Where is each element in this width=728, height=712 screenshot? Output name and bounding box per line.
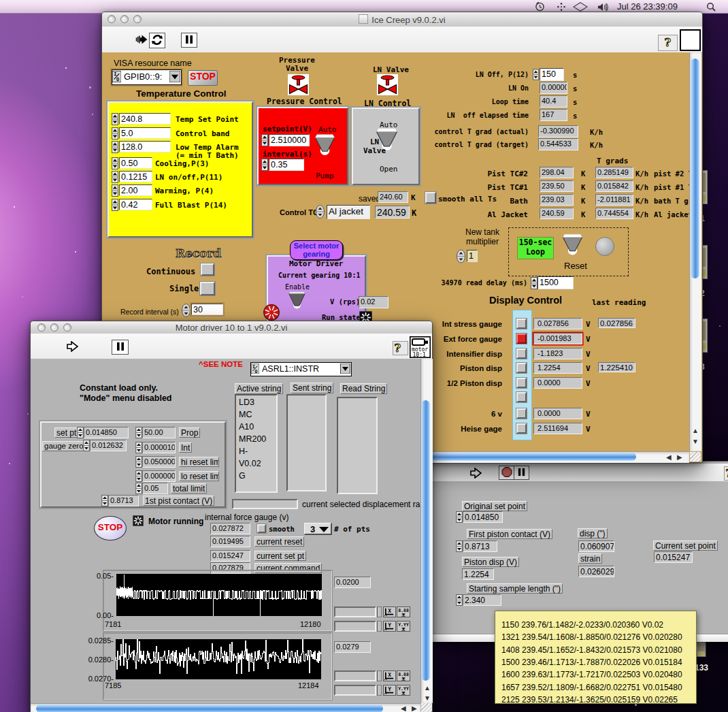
motor-resize-grip[interactable] — [421, 703, 432, 712]
sample-value[interactable]: 2.340 — [463, 594, 501, 606]
graph-scale-lock-icon[interactable]: X — [383, 606, 396, 617]
graph-scale-grip[interactable] — [377, 685, 382, 696]
titlebar-motor[interactable]: Motor driver 10 to 1 v9.0.2.vi — [31, 321, 432, 334]
spin-control[interactable] — [261, 159, 268, 171]
read-delay-value[interactable]: 1500 — [537, 276, 574, 289]
spin-control[interactable] — [112, 171, 118, 183]
dropdown-arrow-icon[interactable] — [340, 363, 350, 376]
timing-value[interactable]: 150 — [540, 68, 564, 81]
spotlight-icon[interactable] — [706, 2, 716, 14]
scroll-left-arrow[interactable]: ◀ — [401, 705, 406, 712]
graph-format-icon[interactable]: 8.88 — [397, 670, 410, 681]
cluster-value[interactable]: 0.05 — [142, 483, 168, 494]
cluster-value[interactable]: 0.000010 — [142, 442, 176, 453]
spin-control[interactable] — [261, 134, 268, 146]
motor-hscroll-thumb[interactable] — [36, 705, 383, 712]
gauge-zero-value[interactable]: 0.012632 — [90, 440, 127, 451]
smooth-all-checkbox[interactable] — [425, 192, 436, 204]
motor-vscroll-thumb[interactable] — [421, 400, 430, 681]
ice-vscrollbar[interactable]: ▲▼ — [689, 52, 701, 451]
smooth-checkbox[interactable] — [257, 524, 266, 533]
scroll-up-arrow[interactable]: ▲ — [692, 427, 699, 434]
active-string-list[interactable]: LD3 MC A10 MR200 H- V0.02 G — [235, 394, 278, 493]
graph-format-icon[interactable]: 8.88 — [397, 606, 410, 617]
round-button[interactable] — [595, 237, 614, 256]
display-row-button[interactable] — [516, 392, 527, 402]
spin-control[interactable] — [112, 157, 118, 169]
graph-scale-grip[interactable] — [377, 621, 382, 632]
help-icon[interactable]: ? — [658, 35, 678, 51]
help-icon[interactable]: ? — [393, 341, 408, 355]
vi-icon-box[interactable] — [680, 29, 701, 51]
stop-icon[interactable] — [499, 466, 514, 480]
enable-selector[interactable] — [288, 291, 305, 309]
temp-value[interactable]: 2.00 — [119, 184, 152, 196]
visa-dropdown[interactable]: IO ASRL1::INSTR — [250, 362, 352, 376]
record-interval-spinner[interactable] — [182, 304, 191, 317]
graph-scale-box[interactable] — [334, 606, 376, 617]
record-interval-value[interactable]: 30 — [191, 304, 223, 315]
display-row-button[interactable] — [516, 334, 527, 344]
setpoint-value[interactable]: 2.510000 — [269, 134, 310, 146]
pause-icon[interactable] — [112, 340, 129, 355]
spin-control[interactable] — [135, 456, 142, 468]
graph-format-icon[interactable]: Y.YY — [397, 621, 410, 632]
spin-control[interactable] — [456, 594, 463, 606]
spin-control[interactable] — [112, 199, 118, 211]
loop-button[interactable]: 150-sec Loop — [517, 237, 554, 259]
single-checkbox[interactable] — [200, 282, 215, 295]
temp-value[interactable]: 0.50 — [119, 157, 152, 169]
scroll-left-arrow[interactable]: ◀ — [666, 454, 672, 461]
display-row-button[interactable] — [516, 363, 527, 373]
temp-value[interactable]: 5.0 — [119, 127, 171, 139]
visa-dropdown[interactable]: IO GPIB0::9: — [112, 69, 182, 85]
spin-control[interactable] — [112, 141, 118, 153]
temp-value[interactable]: 0.1215 — [119, 171, 152, 182]
spin-control[interactable] — [112, 113, 118, 125]
cluster-value[interactable]: 0.050000 — [142, 456, 176, 468]
control-tc-value[interactable]: Al jacket — [327, 205, 370, 219]
spin-control[interactable] — [112, 127, 118, 140]
graph-scale-lock-icon[interactable]: Y — [383, 685, 396, 696]
cluster-value[interactable]: 0.000000 — [142, 470, 176, 482]
sent-string-list[interactable] — [286, 394, 327, 491]
set-pt-value[interactable]: 0.014850 — [84, 427, 129, 438]
graph-scale-lock-icon[interactable]: X — [383, 670, 396, 681]
spin-control[interactable] — [135, 470, 142, 482]
display-row-button[interactable] — [516, 349, 527, 359]
run-icon[interactable] — [135, 35, 148, 44]
pressure-mode-selector[interactable] — [315, 133, 335, 156]
scroll-right-arrow[interactable]: ▶ — [412, 705, 417, 712]
display-row-button[interactable] — [516, 378, 527, 388]
contact-value[interactable]: 0.8713 — [108, 495, 139, 506]
temp-value[interactable]: 128.0 — [119, 141, 171, 152]
graph-scale-lock-icon[interactable]: Y — [383, 621, 396, 632]
spin-control[interactable] — [135, 483, 142, 494]
select-gearing-button[interactable]: Select motor gearing — [290, 240, 343, 260]
temp-value[interactable]: 240.8 — [119, 113, 171, 125]
motor-hscrollbar[interactable]: ◀▶ — [31, 703, 420, 712]
continuous-checkbox[interactable] — [201, 263, 214, 276]
scroll-right-arrow[interactable]: ▶ — [677, 454, 682, 461]
original-value[interactable]: 0.014850 — [463, 511, 503, 523]
pause-icon[interactable] — [181, 33, 197, 48]
run-icon[interactable] — [67, 341, 78, 352]
first-contact-value[interactable]: 0.8713 — [463, 540, 497, 552]
cluster-value[interactable]: 50.00 — [142, 427, 176, 438]
spin-control[interactable] — [135, 427, 142, 438]
stop-button[interactable]: STOP — [94, 516, 127, 540]
spin-control[interactable] — [135, 442, 142, 453]
interval-value[interactable]: 0.35 — [269, 159, 304, 171]
control-tc-spinner[interactable] — [316, 205, 325, 219]
titlebar-ice[interactable]: Ice Creep v9.0.2.vi — [102, 12, 702, 27]
spin-control[interactable] — [531, 277, 537, 289]
run-icon[interactable] — [470, 468, 482, 479]
display-row-button[interactable] — [516, 319, 527, 329]
graph-format-icon[interactable]: Y.YY — [397, 685, 410, 696]
graph-scale-box[interactable] — [334, 670, 376, 681]
scroll-down-arrow[interactable]: ▼ — [424, 695, 431, 702]
scroll-down-arrow[interactable]: ▼ — [692, 438, 699, 445]
pause-icon[interactable] — [514, 466, 529, 480]
graph-scale-grip[interactable] — [377, 670, 382, 681]
motor-running-checkbox[interactable] — [133, 515, 144, 526]
